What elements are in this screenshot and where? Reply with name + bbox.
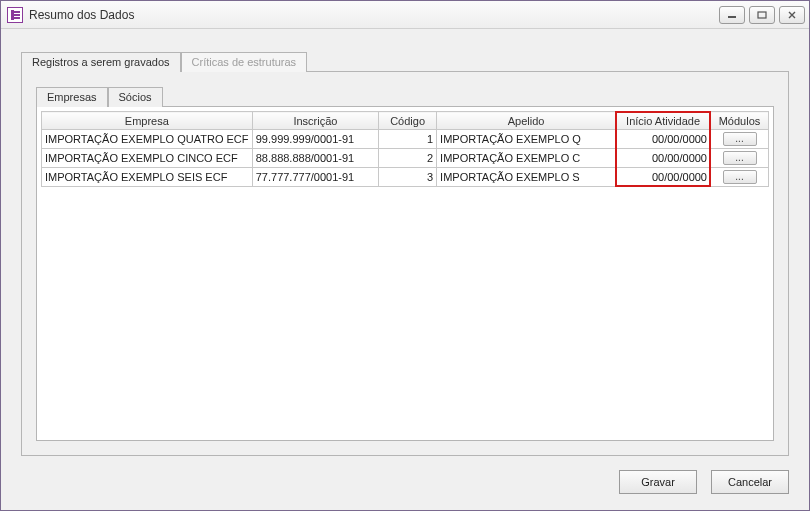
table-row[interactable]: IMPORTAÇÃO EXEMPLO CINCO ECF 88.888.888/…: [42, 149, 769, 168]
window-title: Resumo dos Dados: [29, 8, 134, 22]
modules-button[interactable]: ...: [723, 170, 757, 184]
cell-modulos: ...: [711, 168, 769, 187]
inner-tabpanel: Empresa Inscrição Código Apelido Início …: [36, 106, 774, 441]
cell-codigo: 1: [379, 130, 437, 149]
close-button[interactable]: [779, 6, 805, 24]
cell-inscricao: 88.888.888/0001-91: [252, 149, 378, 168]
cell-inscricao: 77.777.777/0001-91: [252, 168, 378, 187]
cell-inscricao: 99.999.999/0001-91: [252, 130, 378, 149]
footer: Gravar Cancelar: [21, 456, 789, 494]
cell-apelido: IMPORTAÇÃO EXEMPLO Q: [437, 130, 616, 149]
col-apelido-header[interactable]: Apelido: [437, 112, 616, 130]
data-grid: Empresa Inscrição Código Apelido Início …: [41, 111, 769, 187]
header-row: Empresa Inscrição Código Apelido Início …: [42, 112, 769, 130]
window: Resumo dos Dados Registros a serem grava…: [0, 0, 810, 511]
grid-wrap: Empresa Inscrição Código Apelido Início …: [41, 111, 769, 187]
cell-codigo: 3: [379, 168, 437, 187]
modules-button[interactable]: ...: [723, 151, 757, 165]
inner-tabstrip: Empresas Sócios: [36, 84, 774, 106]
tab-empresas[interactable]: Empresas: [36, 87, 108, 107]
tab-records[interactable]: Registros a serem gravados: [21, 52, 181, 72]
titlebar: Resumo dos Dados: [1, 1, 809, 29]
body: Registros a serem gravados Críticas de e…: [1, 29, 809, 510]
app-icon: [7, 7, 23, 23]
modules-button[interactable]: ...: [723, 132, 757, 146]
cancelar-button[interactable]: Cancelar: [711, 470, 789, 494]
table-row[interactable]: IMPORTAÇÃO EXEMPLO SEIS ECF 77.777.777/0…: [42, 168, 769, 187]
cell-inicio: 00/00/0000: [616, 149, 711, 168]
cell-apelido: IMPORTAÇÃO EXEMPLO C: [437, 149, 616, 168]
cell-empresa: IMPORTAÇÃO EXEMPLO CINCO ECF: [42, 149, 253, 168]
col-inicio-header[interactable]: Início Atividade: [616, 112, 711, 130]
maximize-button[interactable]: [749, 6, 775, 24]
col-inscricao-header[interactable]: Inscrição: [252, 112, 378, 130]
outer-tabpanel: Empresas Sócios Empresa Inscrição: [21, 71, 789, 456]
svg-rect-0: [728, 16, 736, 18]
gravar-button[interactable]: Gravar: [619, 470, 697, 494]
col-modulos-header[interactable]: Módulos: [711, 112, 769, 130]
cell-empresa: IMPORTAÇÃO EXEMPLO SEIS ECF: [42, 168, 253, 187]
cell-apelido: IMPORTAÇÃO EXEMPLO S: [437, 168, 616, 187]
minimize-button[interactable]: [719, 6, 745, 24]
table-row[interactable]: IMPORTAÇÃO EXEMPLO QUATRO ECF 99.999.999…: [42, 130, 769, 149]
cell-modulos: ...: [711, 149, 769, 168]
cell-inicio: 00/00/0000: [616, 130, 711, 149]
outer-tabstrip: Registros a serem gravados Críticas de e…: [21, 49, 789, 71]
cell-modulos: ...: [711, 130, 769, 149]
cell-empresa: IMPORTAÇÃO EXEMPLO QUATRO ECF: [42, 130, 253, 149]
tab-socios[interactable]: Sócios: [108, 87, 163, 107]
cell-inicio: 00/00/0000: [616, 168, 711, 187]
col-codigo-header[interactable]: Código: [379, 112, 437, 130]
tab-critics[interactable]: Críticas de estruturas: [181, 52, 308, 72]
cell-codigo: 2: [379, 149, 437, 168]
svg-rect-1: [758, 12, 766, 18]
col-empresa-header[interactable]: Empresa: [42, 112, 253, 130]
